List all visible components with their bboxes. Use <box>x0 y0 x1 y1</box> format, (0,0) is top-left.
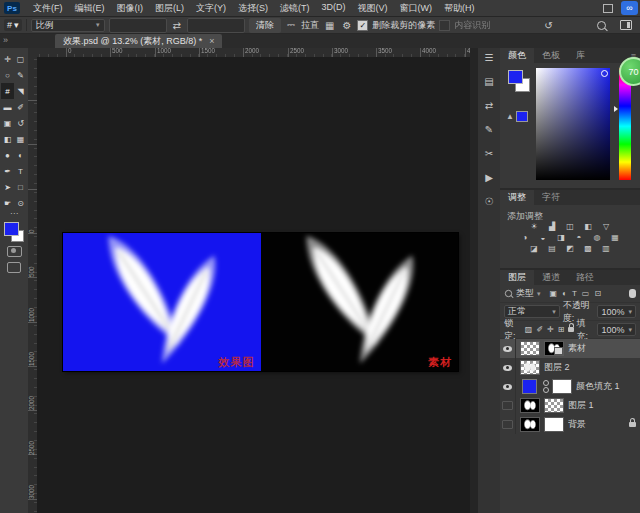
posterize-icon[interactable]: ▤ <box>547 244 558 253</box>
filter-kind-dropdown[interactable]: 类型 <box>516 287 534 300</box>
tab-swatches[interactable]: 色板 <box>534 48 568 63</box>
selective-color-icon[interactable]: ▥ <box>601 244 612 253</box>
menu-item-6[interactable]: 滤镜(T) <box>274 2 316 15</box>
lasso-tool[interactable]: ○ <box>1 67 14 83</box>
clone-stamp-tool[interactable]: ▣ <box>1 115 14 131</box>
layer-thumbnail[interactable] <box>520 341 540 356</box>
straighten-icon[interactable]: ⎓ <box>285 19 297 31</box>
blur-tool[interactable]: ● <box>1 147 14 163</box>
lock-image-icon[interactable]: ✐ <box>536 325 543 334</box>
document-tab[interactable]: 效果.psd @ 13.2% (素材, RGB/8) * × <box>55 34 222 48</box>
curves-icon[interactable]: ◫ <box>565 222 576 231</box>
crop-tool[interactable]: # <box>1 83 14 99</box>
crop-width-input[interactable] <box>109 18 167 33</box>
edit-toolbar-icon[interactable]: ⋯ <box>0 211 28 219</box>
eyedropper-tool[interactable]: ◥ <box>14 83 27 99</box>
menu-item-2[interactable]: 图像(I) <box>111 2 150 15</box>
color-swatches[interactable] <box>4 222 24 242</box>
histogram-panel-icon[interactable]: ▤ <box>484 76 493 89</box>
lock-transparency-icon[interactable]: ▨ <box>525 325 533 334</box>
filter-adjustment-layers-icon[interactable]: ◐ <box>562 289 567 298</box>
lock-all-icon[interactable] <box>568 327 574 332</box>
tab-paths[interactable]: 路径 <box>568 270 602 285</box>
layer-thumbnail[interactable] <box>520 417 540 432</box>
swap-dimensions-icon[interactable]: ⇄ <box>171 20 183 31</box>
tab-libraries[interactable]: 库 <box>568 48 593 63</box>
crop-height-input[interactable] <box>187 18 245 33</box>
visibility-toggle[interactable] <box>500 339 516 358</box>
brush-settings-panel-icon[interactable]: ✎ <box>485 124 493 137</box>
spot-healing-brush-tool[interactable]: ▬ <box>1 99 14 115</box>
layer-thumbnail[interactable] <box>544 398 564 413</box>
reset-crop-icon[interactable]: ↺ <box>542 20 554 31</box>
foreground-color-swatch[interactable] <box>508 70 523 84</box>
layer-thumbnail[interactable] <box>544 341 564 356</box>
filter-smart-objects-icon[interactable]: ⊡ <box>594 289 601 298</box>
menu-item-10[interactable]: 帮助(H) <box>438 2 481 15</box>
gradient-tool[interactable]: ▦ <box>14 131 27 147</box>
brightness-contrast-icon[interactable]: ☀ <box>529 222 540 231</box>
close-tab-icon[interactable]: × <box>209 36 214 46</box>
layer-row-2[interactable]: 颜色填充 1 <box>500 377 640 396</box>
channel-mixer-icon[interactable]: ◍ <box>592 233 603 242</box>
canvas-pasteboard[interactable]: 效果图 <box>37 57 470 513</box>
menu-item-1[interactable]: 编辑(E) <box>69 2 111 15</box>
menu-item-4[interactable]: 文字(Y) <box>190 2 232 15</box>
tab-overflow-chevron[interactable]: » <box>3 35 8 45</box>
fill-layer-thumbnail[interactable] <box>522 379 537 394</box>
app-badge-icon[interactable]: ∞ <box>621 1 638 15</box>
filter-shape-layers-icon[interactable]: ▭ <box>582 289 590 298</box>
tool-presets-panel-icon[interactable]: ✂ <box>485 148 493 161</box>
tab-channels[interactable]: 通道 <box>534 270 568 285</box>
menu-item-0[interactable]: 文件(F) <box>27 2 69 15</box>
hue-slider-marker[interactable] <box>614 106 618 112</box>
visibility-toggle[interactable] <box>500 358 516 377</box>
filter-type-layers-icon[interactable]: T <box>572 289 577 298</box>
color-balance-icon[interactable]: ◒ <box>538 233 549 242</box>
tab-color[interactable]: 颜色 <box>500 48 534 63</box>
lock-artboard-icon[interactable]: ⊞ <box>558 325 565 334</box>
color-lookup-icon[interactable]: ▦ <box>610 233 621 242</box>
black-white-icon[interactable]: ◨ <box>556 233 567 242</box>
opacity-value[interactable]: 100%▾ <box>597 305 636 318</box>
workspace-switcher-icon[interactable] <box>620 20 632 30</box>
actions-panel-icon[interactable]: ▶ <box>485 172 493 185</box>
layer-row-3[interactable]: 图层 1 <box>500 396 640 415</box>
fill-value[interactable]: 100%▾ <box>597 323 636 336</box>
export-panel-icon[interactable]: ⇄ <box>485 100 493 113</box>
menu-item-5[interactable]: 选择(S) <box>232 2 274 15</box>
overlay-options-icon[interactable]: ▦ <box>323 20 336 31</box>
layer-row-1[interactable]: 图层 2 <box>500 358 640 377</box>
dodge-tool[interactable]: ◐ <box>14 147 27 163</box>
properties-panel-icon[interactable]: ☰ <box>485 52 494 65</box>
visibility-toggle[interactable] <box>500 415 516 434</box>
brush-tool[interactable]: ✐ <box>14 99 27 115</box>
menu-item-3[interactable]: 图层(L) <box>149 2 190 15</box>
tab-layers[interactable]: 图层 <box>500 270 534 285</box>
clear-button[interactable]: 清除 <box>249 18 281 33</box>
type-tool[interactable]: T <box>14 163 27 179</box>
levels-icon[interactable]: ▟ <box>547 222 558 231</box>
search-icon[interactable] <box>597 21 606 30</box>
visibility-toggle[interactable] <box>500 396 516 415</box>
quick-selection-tool[interactable]: ✎ <box>14 67 27 83</box>
layer-row-0[interactable]: 素材 <box>500 339 640 358</box>
filter-pixel-layers-icon[interactable]: ▣ <box>550 289 558 298</box>
gradient-map-icon[interactable]: ▩ <box>583 244 594 253</box>
crop-settings-gear-icon[interactable]: ⚙ <box>340 20 353 31</box>
path-selection-tool[interactable]: ➤ <box>1 179 14 195</box>
saturation-brightness-field[interactable] <box>536 68 610 180</box>
layer-mask-thumbnail[interactable] <box>552 379 572 394</box>
invert-icon[interactable]: ◪ <box>529 244 540 253</box>
tab-adjustments[interactable]: 调整 <box>500 190 534 205</box>
restore-window-icon[interactable] <box>603 4 613 13</box>
foreground-color-swatch[interactable] <box>4 222 19 236</box>
tab-character[interactable]: 字符 <box>534 190 568 205</box>
canvas-source-side[interactable]: 素材 <box>261 233 459 371</box>
layer-row-4[interactable]: 背景 <box>500 415 640 434</box>
layer-thumbnail[interactable] <box>520 360 540 375</box>
delete-cropped-pixels-checkbox[interactable]: ✓ <box>357 20 368 31</box>
screen-mode-icon[interactable] <box>7 262 21 273</box>
document-canvas[interactable]: 效果图 <box>63 233 458 371</box>
dock-divider[interactable] <box>470 48 478 513</box>
